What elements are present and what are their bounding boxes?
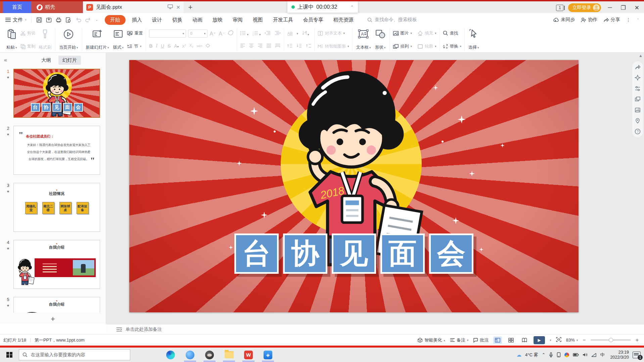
collaborate-button[interactable]: 协作 — [581, 17, 597, 23]
tab-member[interactable]: 会员专享 — [298, 15, 328, 25]
location-tool-icon[interactable] — [635, 118, 641, 124]
quick-access-more-icon[interactable]: ⌄ — [95, 18, 98, 21]
to-smartart-button[interactable]: 转智能图形▾ — [318, 43, 349, 50]
share-tool-icon[interactable] — [635, 64, 641, 70]
slide-3-thumbnail[interactable]: ▾ 社团情况 闻德礼堂 南北二楼 两张球桌 配有设备 — [13, 183, 100, 232]
layers-tool-icon[interactable] — [635, 96, 641, 102]
fit-window-button[interactable] — [556, 337, 561, 343]
text-direction-button[interactable]: A▾ — [302, 31, 309, 37]
italic-button[interactable]: I — [156, 43, 157, 49]
close-tab-icon[interactable]: ✕ — [176, 4, 180, 10]
print-icon[interactable] — [56, 17, 61, 23]
add-slide-button[interactable]: + — [0, 315, 106, 323]
align-right-button[interactable] — [258, 43, 263, 49]
command-search[interactable]: 查找命令、搜索模板 — [367, 17, 417, 23]
phone-icon[interactable] — [557, 352, 561, 357]
slideshow-play-button[interactable]: ▶ — [534, 336, 545, 344]
restore-button[interactable]: ❐ — [619, 4, 628, 11]
tab-slideshow[interactable]: 放映 — [208, 15, 228, 25]
tab-transition[interactable]: 切换 — [167, 15, 187, 25]
sync-status[interactable]: 未同步 — [553, 17, 575, 23]
paste-button[interactable]: 粘贴▾ — [6, 29, 18, 51]
adjust-tool-icon[interactable] — [635, 86, 641, 92]
tab-docer[interactable]: 稻壳 — [31, 1, 82, 13]
underline-button[interactable]: U — [161, 43, 164, 49]
cut-button[interactable]: 剪切 — [20, 30, 36, 37]
ime-indicator[interactable]: 中 — [600, 352, 604, 358]
clear-format-icon[interactable] — [228, 31, 234, 37]
char-spacing-button[interactable]: AB — [287, 31, 292, 36]
textbox-button[interactable]: A 文本框▾ — [355, 29, 371, 51]
align-text-button[interactable]: 对齐文本▾ — [318, 30, 349, 37]
clock[interactable]: 23:19 2022/3/20 — [608, 350, 629, 360]
tab-review[interactable]: 审阅 — [228, 15, 248, 25]
select-button[interactable]: 选择▾ — [468, 29, 480, 51]
zoom-out-button[interactable]: − — [583, 337, 586, 343]
new-slide-button[interactable]: 新建幻灯片▾ — [85, 29, 110, 51]
tab-home[interactable]: 首页 — [3, 1, 31, 13]
format-painter-button[interactable]: 格式刷 — [38, 29, 52, 51]
minimize-button[interactable]: ─ — [606, 4, 614, 11]
slide-4-thumbnail[interactable]: ▾ 自我介绍 — [13, 240, 100, 289]
share-button[interactable]: 分享 — [603, 17, 620, 23]
picture-button[interactable]: 图片▾ — [393, 30, 412, 37]
undo-icon[interactable] — [75, 17, 81, 22]
class-timer-widget[interactable]: 上课中 00:00:32 ⌃ — [287, 1, 358, 13]
tab-devtools[interactable]: 开发工具 — [268, 15, 298, 25]
slides-tab[interactable]: 幻灯片 — [58, 56, 81, 65]
justify-button[interactable] — [266, 43, 271, 49]
smart-beautify-button[interactable]: 智能美化▴ — [417, 337, 445, 343]
normal-view-button[interactable] — [493, 337, 502, 344]
taskbar-app-docer[interactable]: ◈ — [261, 348, 275, 362]
slide-2-thumbnail[interactable]: " 各位社团成员们： 大家好！我谨代表台球协会首先欢迎大家加入三 全台协这个大家… — [13, 126, 100, 175]
collapse-panel-button[interactable]: « — [0, 57, 12, 63]
shapes-button[interactable]: 形状▾ — [374, 29, 386, 51]
start-button[interactable] — [0, 348, 19, 362]
slide-1-thumbnail[interactable]: 台 协 见 面 会 — [13, 69, 100, 118]
font-family-select[interactable]: ▾ — [149, 30, 186, 38]
file-menu[interactable]: 文件 ˅ — [0, 17, 32, 23]
bold-button[interactable]: B — [149, 43, 152, 49]
superscript-button[interactable]: X2 — [182, 44, 186, 48]
line-spacing-down-button[interactable] — [296, 43, 302, 49]
tab-docer-resource[interactable]: 稻壳资源 — [328, 15, 359, 25]
open-docs-count[interactable]: 1 — [556, 5, 563, 11]
more-menu-icon[interactable]: ⋮ — [626, 17, 631, 22]
help-tool-icon[interactable]: ? — [635, 128, 641, 135]
zoom-level[interactable]: 83%▾ — [566, 338, 578, 343]
tab-view[interactable]: 视图 — [248, 15, 268, 25]
play-options-icon[interactable]: ▾ — [550, 339, 551, 342]
tab-animation[interactable]: 动画 — [187, 15, 208, 25]
beautify-tool-icon[interactable] — [635, 75, 641, 81]
align-left-button[interactable] — [240, 43, 245, 49]
collapse-ribbon-icon[interactable]: ⌃ — [637, 18, 639, 21]
play-current-slide-button[interactable]: 当页开始▾ — [58, 29, 79, 51]
export-icon[interactable] — [46, 17, 52, 23]
hidden-icons-button[interactable]: ⌃ — [542, 352, 545, 357]
taskbar-search[interactable]: 在这里输入你要搜索的内容 — [19, 349, 130, 360]
battery-icon[interactable] — [573, 353, 579, 357]
weather-text[interactable]: 4°C 雾 — [525, 352, 538, 358]
zoom-slider-knob[interactable] — [609, 338, 613, 342]
layout-button[interactable]: 版式▾ — [112, 29, 125, 51]
microphone-icon[interactable] — [549, 352, 553, 357]
tab-document[interactable]: P 见面会.pptx ✕ — [83, 1, 184, 13]
outline-tab[interactable]: 大纲 — [37, 56, 55, 65]
subscript-button[interactable]: X2 — [189, 43, 193, 48]
numbered-list-button[interactable]: 123▾ — [252, 31, 261, 37]
zoom-slider[interactable] — [591, 340, 631, 341]
line-spacing-up-button[interactable] — [287, 43, 292, 49]
font-size-select[interactable]: 0▾ — [188, 30, 208, 38]
new-tab-button[interactable]: + — [184, 1, 197, 13]
timer-collapse-icon[interactable]: ⌃ — [350, 5, 354, 10]
scroll-up-button[interactable]: ▲ — [639, 53, 643, 58]
section-button[interactable]: 节▾ — [127, 43, 143, 50]
replace-button[interactable]: AB 替换▾ — [443, 43, 462, 50]
slide-5-thumbnail[interactable]: ▾ 自我介绍 — [13, 297, 100, 313]
outline-button[interactable]: 轮廓▾ — [417, 43, 436, 50]
current-slide[interactable]: 台 协 见 面 会 — [129, 60, 579, 312]
reset-button[interactable]: 重置 — [127, 30, 143, 37]
fill-button[interactable]: 填充▾ — [417, 30, 436, 37]
speaker-icon[interactable] — [583, 353, 588, 357]
arrange-button[interactable]: 排列▾ — [393, 43, 412, 50]
